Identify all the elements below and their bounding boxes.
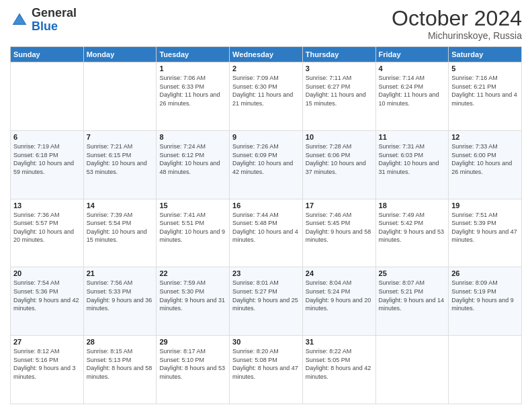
calendar-header-cell: Sunday <box>11 47 84 62</box>
day-number: 2 <box>232 64 300 73</box>
day-number: 13 <box>13 201 81 210</box>
day-number: 11 <box>379 133 446 141</box>
day-number: 21 <box>87 269 154 277</box>
day-info: Sunrise: 7:24 AMSunset: 6:12 PMDaylight:… <box>159 142 226 176</box>
day-info: Sunrise: 7:11 AMSunset: 6:27 PMDaylight:… <box>306 74 373 107</box>
calendar-day-cell: 5Sunrise: 7:16 AMSunset: 6:21 PMDaylight… <box>449 62 522 131</box>
day-number: 30 <box>232 338 300 346</box>
day-number: 17 <box>306 201 373 210</box>
day-info: Sunrise: 7:09 AMSunset: 6:30 PMDaylight:… <box>232 74 300 107</box>
calendar-header-cell: Wednesday <box>230 47 303 62</box>
day-number: 5 <box>451 64 519 73</box>
day-info: Sunrise: 7:14 AMSunset: 6:24 PMDaylight:… <box>379 74 446 107</box>
calendar-day-cell: 23Sunrise: 8:01 AMSunset: 5:27 PMDayligh… <box>230 267 303 336</box>
calendar-day-cell <box>375 336 449 404</box>
calendar-header-cell: Thursday <box>302 47 375 62</box>
calendar-day-cell: 7Sunrise: 7:21 AMSunset: 6:15 PMDaylight… <box>83 130 157 199</box>
logo-general-text: General <box>32 6 77 19</box>
calendar-header-cell: Friday <box>375 47 449 62</box>
logo: General Blue <box>10 7 77 34</box>
calendar-day-cell: 18Sunrise: 7:49 AMSunset: 5:42 PMDayligh… <box>375 199 449 267</box>
calendar-day-cell: 20Sunrise: 7:54 AMSunset: 5:36 PMDayligh… <box>11 267 84 336</box>
calendar-day-cell: 16Sunrise: 7:44 AMSunset: 5:48 PMDayligh… <box>230 199 303 267</box>
day-info: Sunrise: 7:06 AMSunset: 6:33 PMDaylight:… <box>159 74 226 107</box>
day-info: Sunrise: 7:51 AMSunset: 5:39 PMDaylight:… <box>451 211 519 244</box>
day-info: Sunrise: 7:31 AMSunset: 6:03 PMDaylight:… <box>379 142 446 176</box>
day-number: 6 <box>13 133 81 141</box>
calendar-day-cell: 31Sunrise: 8:22 AMSunset: 5:05 PMDayligh… <box>302 336 375 404</box>
calendar-day-cell: 12Sunrise: 7:33 AMSunset: 6:00 PMDayligh… <box>449 130 522 199</box>
calendar-header-cell: Saturday <box>449 47 522 62</box>
day-number: 23 <box>232 269 300 277</box>
day-info: Sunrise: 7:49 AMSunset: 5:42 PMDaylight:… <box>379 211 446 244</box>
day-info: Sunrise: 8:12 AMSunset: 5:16 PMDaylight:… <box>13 347 81 381</box>
day-info: Sunrise: 7:21 AMSunset: 6:15 PMDaylight:… <box>87 142 154 176</box>
day-info: Sunrise: 7:46 AMSunset: 5:45 PMDaylight:… <box>306 211 373 244</box>
day-number: 3 <box>306 64 373 73</box>
calendar-day-cell <box>83 62 157 131</box>
day-number: 29 <box>159 338 226 346</box>
day-info: Sunrise: 7:16 AMSunset: 6:21 PMDaylight:… <box>451 74 519 107</box>
day-info: Sunrise: 8:22 AMSunset: 5:05 PMDaylight:… <box>306 347 373 381</box>
calendar-day-cell: 10Sunrise: 7:28 AMSunset: 6:06 PMDayligh… <box>302 130 375 199</box>
day-number: 14 <box>87 201 154 210</box>
day-info: Sunrise: 8:17 AMSunset: 5:10 PMDaylight:… <box>159 347 226 381</box>
calendar-day-cell: 24Sunrise: 8:04 AMSunset: 5:24 PMDayligh… <box>302 267 375 336</box>
calendar-day-cell: 28Sunrise: 8:15 AMSunset: 5:13 PMDayligh… <box>83 336 157 404</box>
title-block: October 2024 Michurinskoye, Russia <box>392 7 522 41</box>
calendar-day-cell <box>449 336 522 404</box>
calendar-day-cell: 26Sunrise: 8:09 AMSunset: 5:19 PMDayligh… <box>449 267 522 336</box>
day-number: 28 <box>87 338 154 346</box>
calendar-day-cell <box>11 62 84 131</box>
day-info: Sunrise: 7:36 AMSunset: 5:57 PMDaylight:… <box>13 211 81 244</box>
calendar-day-cell: 19Sunrise: 7:51 AMSunset: 5:39 PMDayligh… <box>449 199 522 267</box>
day-number: 4 <box>379 64 446 73</box>
calendar-week-row: 13Sunrise: 7:36 AMSunset: 5:57 PMDayligh… <box>11 199 522 267</box>
day-number: 27 <box>13 338 81 346</box>
calendar-week-row: 6Sunrise: 7:19 AMSunset: 6:18 PMDaylight… <box>11 130 522 199</box>
calendar-day-cell: 13Sunrise: 7:36 AMSunset: 5:57 PMDayligh… <box>11 199 84 267</box>
calendar-header-row: SundayMondayTuesdayWednesdayThursdayFrid… <box>11 47 522 62</box>
day-info: Sunrise: 7:39 AMSunset: 5:54 PMDaylight:… <box>87 211 154 244</box>
calendar-day-cell: 29Sunrise: 8:17 AMSunset: 5:10 PMDayligh… <box>157 336 230 404</box>
day-number: 16 <box>232 201 300 210</box>
day-number: 10 <box>306 133 373 141</box>
day-info: Sunrise: 7:19 AMSunset: 6:18 PMDaylight:… <box>13 142 81 176</box>
logo-text: General Blue <box>32 7 77 34</box>
day-info: Sunrise: 8:09 AMSunset: 5:19 PMDaylight:… <box>451 279 519 312</box>
calendar-day-cell: 11Sunrise: 7:31 AMSunset: 6:03 PMDayligh… <box>375 130 449 199</box>
day-info: Sunrise: 8:04 AMSunset: 5:24 PMDaylight:… <box>306 279 373 312</box>
day-info: Sunrise: 7:59 AMSunset: 5:30 PMDaylight:… <box>159 279 226 312</box>
logo-icon <box>10 11 29 30</box>
calendar-day-cell: 22Sunrise: 7:59 AMSunset: 5:30 PMDayligh… <box>157 267 230 336</box>
day-info: Sunrise: 7:28 AMSunset: 6:06 PMDaylight:… <box>306 142 373 176</box>
calendar-week-row: 27Sunrise: 8:12 AMSunset: 5:16 PMDayligh… <box>11 336 522 404</box>
calendar-week-row: 1Sunrise: 7:06 AMSunset: 6:33 PMDaylight… <box>11 62 522 131</box>
calendar-day-cell: 3Sunrise: 7:11 AMSunset: 6:27 PMDaylight… <box>302 62 375 131</box>
day-number: 24 <box>306 269 373 277</box>
location: Michurinskoye, Russia <box>392 30 522 41</box>
calendar-table: SundayMondayTuesdayWednesdayThursdayFrid… <box>10 46 522 404</box>
month-title: October 2024 <box>392 7 522 30</box>
day-info: Sunrise: 8:15 AMSunset: 5:13 PMDaylight:… <box>87 347 154 381</box>
day-number: 19 <box>451 201 519 210</box>
page: General Blue October 2024 Michurinskoye,… <box>0 0 532 411</box>
calendar-day-cell: 21Sunrise: 7:56 AMSunset: 5:33 PMDayligh… <box>83 267 157 336</box>
calendar-day-cell: 2Sunrise: 7:09 AMSunset: 6:30 PMDaylight… <box>230 62 303 131</box>
calendar-day-cell: 6Sunrise: 7:19 AMSunset: 6:18 PMDaylight… <box>11 130 84 199</box>
calendar-day-cell: 15Sunrise: 7:41 AMSunset: 5:51 PMDayligh… <box>157 199 230 267</box>
day-number: 12 <box>451 133 519 141</box>
day-number: 20 <box>13 269 81 277</box>
day-number: 15 <box>159 201 226 210</box>
day-number: 18 <box>379 201 446 210</box>
day-info: Sunrise: 7:56 AMSunset: 5:33 PMDaylight:… <box>87 279 154 312</box>
logo-blue-text: Blue <box>32 19 58 33</box>
calendar-header-cell: Monday <box>83 47 157 62</box>
day-info: Sunrise: 8:20 AMSunset: 5:08 PMDaylight:… <box>232 347 300 381</box>
calendar-day-cell: 1Sunrise: 7:06 AMSunset: 6:33 PMDaylight… <box>157 62 230 131</box>
day-info: Sunrise: 7:26 AMSunset: 6:09 PMDaylight:… <box>232 142 300 176</box>
day-number: 9 <box>232 133 300 141</box>
day-number: 31 <box>306 338 373 346</box>
calendar-day-cell: 30Sunrise: 8:20 AMSunset: 5:08 PMDayligh… <box>230 336 303 404</box>
calendar-day-cell: 17Sunrise: 7:46 AMSunset: 5:45 PMDayligh… <box>302 199 375 267</box>
